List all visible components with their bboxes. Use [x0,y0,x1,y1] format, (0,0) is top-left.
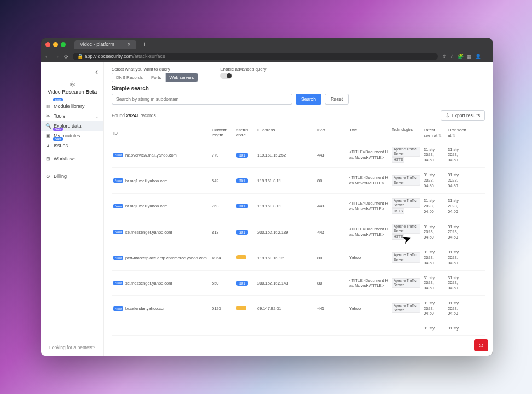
profile-icon[interactable]: 👤 [475,54,481,59]
col-port[interactable]: Port [316,128,348,138]
table-row[interactable]: Newbr.mg1.mail.yahoo.com763301119.161.8.… [112,194,485,219]
host-link[interactable]: br.mg1.mail.yahoo.com [125,178,168,183]
app-content: ‹ ⚛︎ Vidoc Research Beta ▥BetaModule lib… [41,62,493,356]
logo-icon: ⚛︎ [43,80,101,89]
host-link[interactable]: perf-marketplace.amp.commerce.yahoo.com [125,256,207,260]
results-table: ID Content length Status code IP adress … [112,124,485,336]
sidebar-item-label: Module library [54,103,85,109]
sidebar-item-tools[interactable]: ✂Tools⌄ [41,111,103,121]
col-latest-seen[interactable]: Latest seen at⇅ [422,128,446,138]
badge: Beta [53,128,63,131]
menu-icon[interactable]: ⋮ [484,54,489,59]
segment-dns-records[interactable]: DNS Records [112,73,147,82]
url-field[interactable]: 🔒 app.vidocsecurity.com/attack-surface [73,53,438,60]
table-row[interactable]: Newse.messenger.yahoo.com550301200.152.1… [112,271,485,296]
status-badge [236,306,246,310]
share-icon[interactable]: ⇪ [442,54,447,59]
table-row[interactable]: Newbr.mg1.mail.yahoo.com542301119.161.8.… [112,168,485,193]
cell-port: 443 [316,153,348,158]
status-badge: 301 [236,281,248,286]
cell-first: 31 sty 2023, 04:50 [446,275,470,291]
star-icon[interactable]: ☆ [450,54,454,59]
support-chat-button[interactable]: ☺ [474,339,488,351]
host-link[interactable]: nz.overview.mail.yahoo.com [125,153,177,158]
extension-icon[interactable]: 🧩 [458,54,464,59]
lock-icon: 🔒 [77,54,83,59]
subdomain-search-input[interactable] [112,94,292,105]
export-results-button[interactable]: ⇩Export results [441,110,485,121]
sidebar-item-my-modules[interactable]: ▣BetaMy modules [41,131,103,141]
cell-ip: 119.161.8.11 [256,178,316,183]
results-count: Found 29241 records [112,113,156,118]
reset-button[interactable]: Reset [325,94,349,105]
host-link[interactable]: se.messenger.yahoo.com [125,230,172,235]
cell-first: 31 sty 2023, 04:50 [446,172,470,188]
cell-port: 80 [316,178,348,183]
table-row[interactable]: Newbr.calendar.yahoo.com512669.147.82.61… [112,296,485,321]
reload-icon[interactable]: ⟳ [64,54,68,60]
cell-first: 31 sty 2023, 04:50 [446,250,470,265]
sidebar-item-explore-data[interactable]: 🔍Explore data [41,121,103,131]
tech-badge: Apache Traffic Server [392,303,420,313]
forward-icon[interactable]: → [54,54,60,60]
status-badge: 301 [236,230,248,235]
pentest-link[interactable]: Looking for a pentest? [41,339,103,356]
host-link[interactable]: se.messenger.yahoo.com [125,281,172,286]
new-tab-icon[interactable]: + [143,40,147,48]
sidebar-item-issues[interactable]: ▲BetaIssues [41,141,103,150]
simple-search-heading: Simple search [112,85,485,91]
close-window-icon[interactable] [45,42,50,47]
cell-latest: 31 sty 2023, 04:50 [422,198,446,214]
new-badge: New [113,178,123,183]
col-title[interactable]: Title [348,128,390,138]
cell-first: 31 sty 2023, 04:50 [446,198,470,214]
host-link[interactable]: br.calendar.yahoo.com [125,306,166,311]
table-header: ID Content length Status code IP adress … [112,124,485,142]
host-link[interactable]: br.mg1.mail.yahoo.com [125,204,168,208]
col-ip-address[interactable]: IP adress [256,128,316,138]
cell-port: 443 [316,204,348,208]
col-first-seen[interactable]: First seen at⇅ [446,128,470,138]
browser-window: Vidoc - platform × + ← → ⟳ 🔒 app.vidocse… [41,38,493,356]
cell-ip: 119.161.8.11 [256,204,316,208]
sidebar-item-workflows[interactable]: ⊞Workflows [41,154,103,164]
cell-content-length: 4964 [210,256,235,260]
badge: Beta [53,137,63,141]
maximize-window-icon[interactable] [61,42,66,47]
cell-port: 443 [316,230,348,235]
sidebar-item-module-library[interactable]: ▥BetaModule library [41,101,103,111]
segment-web-servers[interactable]: Web servers [166,73,198,82]
sidebar: ‹ ⚛︎ Vidoc Research Beta ▥BetaModule lib… [41,62,104,356]
table-row[interactable]: 31 sty31 sty [112,321,485,336]
browser-tab[interactable]: Vidoc - platform × [74,40,136,49]
traffic-lights [45,42,66,47]
collapse-sidebar-icon[interactable]: ‹ [41,67,103,77]
cell-latest: 31 sty 2023, 04:50 [422,224,446,240]
advanced-query-toggle[interactable] [220,73,232,79]
col-id[interactable]: ID [112,128,210,138]
cell-content-length: 813 [210,230,235,235]
cell-title: <TITLE>Document Has Moved</TITLE> [348,175,390,186]
col-technologies[interactable]: Technologies [390,128,422,138]
close-tab-icon[interactable]: × [128,42,131,48]
search-button[interactable]: Search [296,94,321,105]
cell-ip: 200.152.162.143 [256,281,316,286]
cell-ip: 119.161.16.12 [256,256,316,260]
cell-port: 80 [316,281,348,286]
sidebar-item-billing[interactable]: ⊙Billing [41,171,103,181]
tech-badge: Apache Traffic Server [392,252,420,262]
new-badge: New [113,281,123,285]
table-row[interactable]: Newperf-marketplace.amp.commerce.yahoo.c… [112,245,485,270]
col-status-code[interactable]: Status code [235,128,256,138]
table-row[interactable]: Newnz.overview.mail.yahoo.com779301119.1… [112,142,485,168]
back-icon[interactable]: ← [44,54,50,60]
cell-content-length: 779 [210,153,235,158]
app-icon[interactable]: ▦ [467,54,472,59]
cell-latest: 31 sty [422,326,446,331]
col-content-length[interactable]: Content length [210,128,235,138]
sidebar-item-label: Tools [54,113,65,119]
segment-ports[interactable]: Ports [147,73,166,82]
minimize-window-icon[interactable] [53,42,58,47]
table-row[interactable]: Newse.messenger.yahoo.com813301200.152.1… [112,219,485,245]
status-badge: 301 [236,204,248,208]
